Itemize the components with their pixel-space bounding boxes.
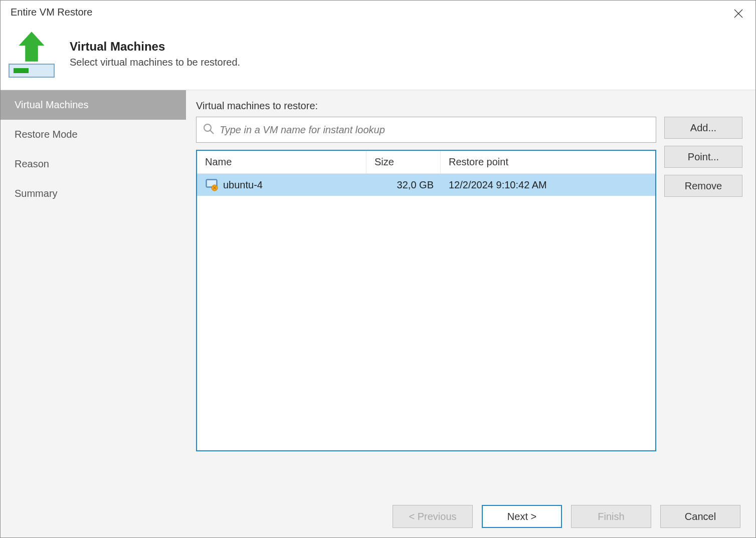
point-button[interactable]: Point... [664, 146, 742, 168]
step-summary[interactable]: Summary [1, 179, 186, 208]
cancel-button[interactable]: Cancel [660, 505, 740, 528]
col-header-restore-point[interactable]: Restore point [441, 151, 655, 173]
main-panel: Virtual machines to restore: Name Size [186, 90, 755, 495]
step-reason[interactable]: Reason [1, 149, 186, 179]
table-header: Name Size Restore point [197, 151, 655, 174]
add-button[interactable]: Add... [664, 117, 742, 139]
search-icon [203, 123, 215, 137]
arrow-up-icon [15, 30, 49, 66]
table-area: Name Size Restore point [196, 117, 656, 495]
cell-restore-point: 12/2/2024 9:10:42 AM [449, 179, 547, 191]
col-header-size[interactable]: Size [366, 151, 441, 173]
restore-icon [8, 30, 56, 78]
wizard-header: Virtual Machines Select virtual machines… [1, 24, 755, 90]
wizard-steps-sidebar: Virtual Machines Restore Mode Reason Sum… [1, 90, 186, 495]
vm-list-label: Virtual machines to restore: [196, 100, 742, 112]
svg-line-3 [210, 130, 214, 134]
remove-button[interactable]: Remove [664, 175, 742, 197]
page-subheading: Select virtual machines to be restored. [70, 57, 240, 68]
table-row[interactable]: ubuntu-4 32,0 GB 12/2/2024 9:10:42 AM [197, 174, 655, 196]
page-heading: Virtual Machines [70, 40, 240, 54]
side-buttons: Add... Point... Remove [664, 117, 742, 495]
search-box[interactable] [196, 117, 656, 143]
header-text: Virtual Machines Select virtual machines… [70, 40, 240, 68]
col-header-name[interactable]: Name [197, 151, 366, 173]
svg-point-2 [204, 124, 211, 131]
vm-icon [205, 178, 218, 191]
close-icon[interactable] [732, 8, 744, 22]
wizard-body: Virtual Machines Restore Mode Reason Sum… [1, 90, 755, 495]
wizard-window: Entire VM Restore Virtual Machines Selec… [0, 0, 756, 538]
wizard-footer: < Previous Next > Finish Cancel [1, 495, 755, 537]
content-row: Name Size Restore point [196, 117, 742, 495]
step-virtual-machines[interactable]: Virtual Machines [1, 90, 186, 120]
search-input[interactable] [220, 124, 650, 136]
next-button[interactable]: Next > [482, 505, 562, 528]
step-restore-mode[interactable]: Restore Mode [1, 120, 186, 149]
cell-name: ubuntu-4 [223, 179, 263, 191]
titlebar: Entire VM Restore [1, 1, 755, 24]
disk-icon [9, 64, 55, 78]
vm-table: Name Size Restore point [196, 150, 656, 451]
cell-size: 32,0 GB [397, 179, 434, 191]
finish-button[interactable]: Finish [571, 505, 651, 528]
previous-button[interactable]: < Previous [393, 505, 473, 528]
window-title: Entire VM Restore [11, 7, 92, 18]
